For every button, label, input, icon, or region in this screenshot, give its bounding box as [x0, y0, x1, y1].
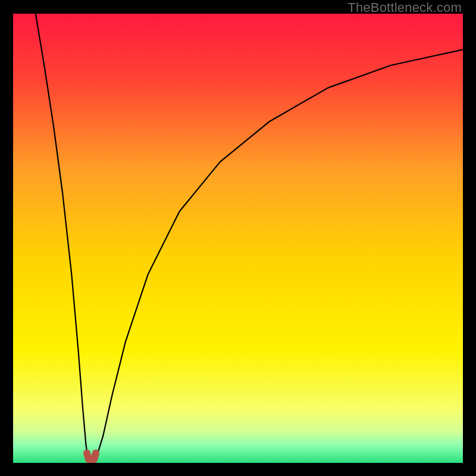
bottleneck-plot [13, 14, 463, 463]
chart-frame: TheBottleneck.com [0, 0, 476, 476]
watermark-text: TheBottleneck.com [347, 0, 462, 15]
gradient-background [13, 14, 463, 463]
